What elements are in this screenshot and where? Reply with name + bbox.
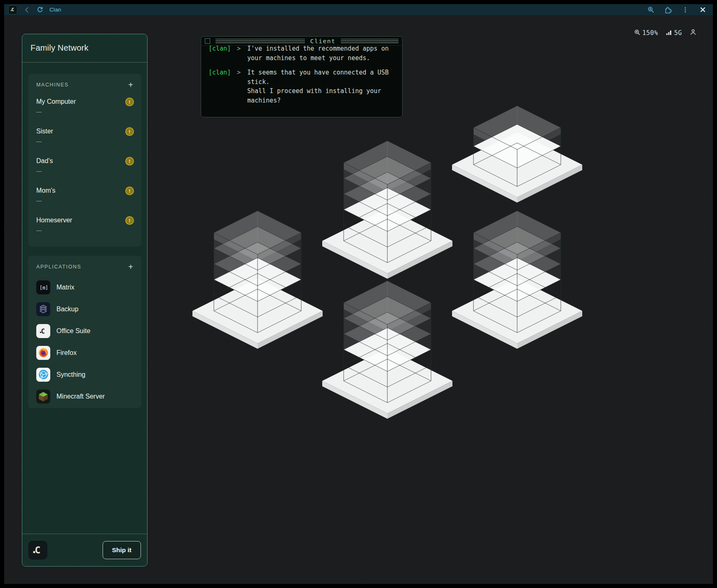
- add-machine-button[interactable]: +: [127, 82, 134, 88]
- terminal-prompt: [clan]: [209, 68, 231, 105]
- zoom-level-value: 150%: [642, 29, 658, 37]
- title-bar-stripes-left: [216, 39, 305, 43]
- firefox-icon: [36, 346, 50, 360]
- chrome-actions: [647, 6, 706, 14]
- application-list-item[interactable]: Syncthing: [36, 364, 134, 385]
- machine-node[interactable]: [322, 281, 452, 419]
- warning-badge-icon: !: [125, 187, 134, 195]
- backup-icon: [36, 302, 50, 316]
- machine-status: —: [36, 168, 134, 174]
- machine-node[interactable]: [322, 141, 452, 279]
- warning-badge-icon: !: [125, 98, 134, 106]
- terminal-title-bar[interactable]: Client: [201, 37, 402, 46]
- application-list-item[interactable]: Firefox: [36, 342, 134, 364]
- sidebar-title: Family Network: [22, 34, 147, 53]
- application-name: Office Suite: [56, 327, 90, 335]
- machines-heading: MACHINES: [36, 82, 69, 88]
- machine-name: Mom's: [36, 187, 134, 195]
- terminal-prompt-separator: >: [237, 68, 241, 105]
- machine-list-item[interactable]: My Computer—!: [36, 98, 134, 127]
- machine-name: My Computer: [36, 98, 134, 106]
- sidebar-divider: [22, 62, 147, 63]
- client-terminal-window[interactable]: Client [clan]>I've installed the recomme…: [201, 36, 403, 117]
- application-name: Firefox: [56, 349, 77, 357]
- machine-list-item[interactable]: Dad’s—!: [36, 157, 134, 187]
- refresh-icon[interactable]: [36, 6, 44, 14]
- machine-status: —: [36, 198, 134, 204]
- sidebar-footer: C Ship it: [22, 534, 147, 566]
- browser-window: C Clan: [4, 4, 713, 584]
- application-name: Backup: [56, 306, 78, 313]
- terminal-message: [clan]>I've installed the recommended ap…: [209, 46, 396, 63]
- applications-heading: APPLICATIONS: [36, 264, 81, 270]
- application-list-item[interactable]: COffice Suite: [36, 320, 134, 342]
- warning-badge-icon: !: [125, 127, 134, 136]
- ship-it-button[interactable]: Ship it: [103, 541, 141, 559]
- machine-list-item[interactable]: Homeserver—!: [36, 216, 134, 246]
- applications-card: APPLICATIONS + [m]MatrixBackupCOffice Su…: [28, 256, 141, 408]
- svg-text:C: C: [41, 327, 45, 335]
- kebab-menu-icon[interactable]: [682, 6, 689, 14]
- signal-bars-icon: [666, 29, 672, 37]
- zoom-in-icon[interactable]: [647, 6, 654, 14]
- matrix-icon: [m]: [36, 280, 50, 294]
- svg-text:C: C: [35, 544, 40, 556]
- terminal-title: Client: [310, 38, 335, 44]
- terminal-message-text: I've installed the recommended apps onyo…: [247, 46, 389, 63]
- machines-card: MACHINES + My Computer—!Sister—!Dad’s—!M…: [28, 74, 141, 247]
- app-canvas: 150% 5G Client [clan]>I've installed the…: [4, 15, 713, 584]
- machine-node[interactable]: [192, 211, 323, 349]
- add-application-button[interactable]: +: [127, 264, 134, 270]
- application-list-item[interactable]: Backup: [36, 298, 134, 320]
- machine-status: —: [36, 227, 134, 233]
- clan-logo-icon: C: [8, 5, 17, 14]
- terminal-message-text: It seems that you have connected a USBst…: [247, 68, 389, 105]
- machine-status: —: [36, 109, 134, 115]
- warning-badge-icon: !: [125, 157, 134, 166]
- warning-badge-icon: !: [125, 216, 134, 225]
- sidebar: Family Network MACHINES + My Computer—!S…: [22, 34, 148, 567]
- minecraft-icon: [36, 390, 50, 404]
- application-name: Minecraft Server: [56, 393, 105, 400]
- zoom-level-icon: [634, 29, 640, 37]
- terminal-message: [clan]>It seems that you have connected …: [209, 68, 396, 105]
- svg-text:C: C: [11, 7, 14, 12]
- application-name: Syncthing: [56, 371, 85, 378]
- application-name: Matrix: [56, 284, 75, 291]
- extensions-icon[interactable]: [664, 6, 672, 14]
- network-label: 5G: [674, 29, 682, 37]
- page-title: Clan: [49, 7, 61, 13]
- application-list-item[interactable]: Minecraft Server: [36, 385, 134, 407]
- machine-node[interactable]: [452, 106, 582, 203]
- svg-text:[m]: [m]: [40, 285, 48, 290]
- machine-status: —: [36, 138, 134, 145]
- terminal-closebox-icon[interactable]: [205, 38, 210, 44]
- terminal-prompt: [clan]: [209, 46, 231, 63]
- machine-name: Sister: [36, 127, 134, 135]
- machine-name: Homeserver: [36, 216, 134, 224]
- back-icon[interactable]: [23, 6, 30, 14]
- syncthing-icon: [36, 368, 50, 382]
- close-icon[interactable]: [699, 6, 706, 14]
- terminal-prompt-separator: >: [237, 46, 241, 63]
- title-bar-stripes-right: [341, 39, 398, 43]
- terminal-messages: [clan]>I've installed the recommended ap…: [201, 46, 402, 117]
- machine-node[interactable]: [452, 211, 582, 349]
- account-icon[interactable]: [690, 29, 696, 37]
- office-suite-icon: C: [36, 324, 50, 338]
- machine-list-item[interactable]: Sister—!: [36, 127, 134, 157]
- clan-logo-icon: C: [28, 541, 47, 560]
- application-list-item[interactable]: [m]Matrix: [36, 276, 134, 298]
- status-indicators: 150% 5G: [634, 29, 696, 37]
- machine-name: Dad’s: [36, 157, 134, 165]
- browser-chrome-bar: C Clan: [4, 4, 713, 15]
- machine-list-item[interactable]: Mom's—!: [36, 187, 134, 216]
